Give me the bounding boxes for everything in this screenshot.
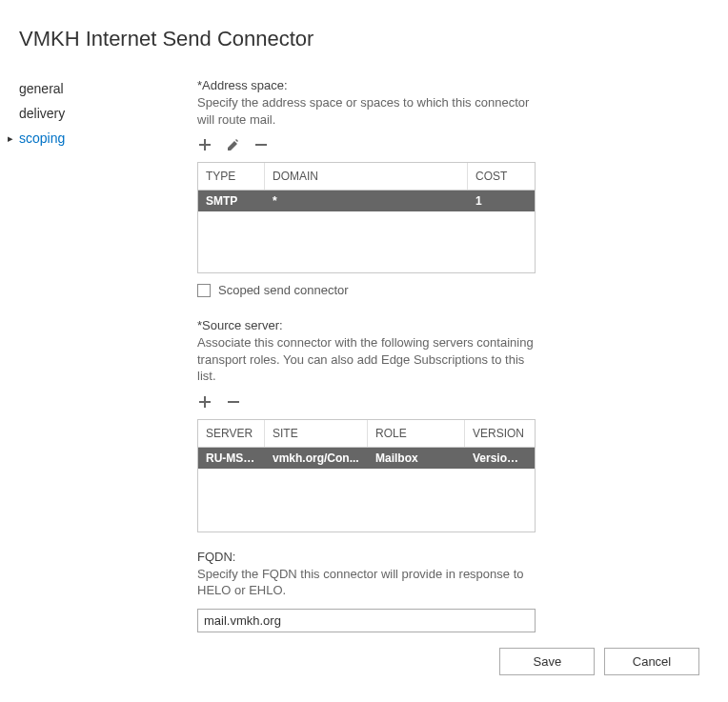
- fqdn-desc: Specify the FQDN this connector will pro…: [197, 566, 536, 599]
- plus-icon[interactable]: [197, 394, 214, 411]
- cell-domain: *: [265, 191, 468, 211]
- source-server-label: *Source server:: [197, 318, 699, 332]
- table-row[interactable]: RU-MSK... vmkh.org/Con... Mailbox Versio…: [198, 448, 535, 469]
- address-space-label: *Address space:: [197, 78, 699, 92]
- svg-rect-0: [255, 144, 267, 146]
- header-cost[interactable]: COST: [468, 163, 531, 190]
- minus-icon[interactable]: [226, 394, 243, 411]
- cell-role: Mailbox: [368, 448, 465, 469]
- cancel-button[interactable]: Cancel: [604, 648, 699, 675]
- cell-server: RU-MSK...: [198, 448, 265, 469]
- main-panel: *Address space: Specify the address spac…: [176, 70, 728, 632]
- svg-rect-1: [228, 401, 239, 403]
- table-body-empty: [198, 211, 535, 272]
- pencil-icon[interactable]: [226, 137, 243, 154]
- scoped-checkbox[interactable]: [197, 284, 211, 297]
- sidebar: general delivery scoping: [0, 70, 176, 632]
- dialog-buttons: Save Cancel: [494, 648, 699, 675]
- cell-type: SMTP: [198, 191, 265, 211]
- address-space-table: TYPE DOMAIN COST SMTP * 1: [197, 162, 536, 273]
- table-header: SERVER SITE ROLE VERSION: [198, 420, 535, 448]
- source-server-toolbar: [197, 394, 699, 411]
- plus-icon[interactable]: [197, 137, 214, 154]
- save-button[interactable]: Save: [499, 648, 595, 675]
- table-row[interactable]: SMTP * 1: [198, 191, 535, 211]
- minus-icon[interactable]: [253, 137, 271, 154]
- sidebar-item-general[interactable]: general: [8, 76, 176, 101]
- header-version[interactable]: VERSION: [465, 420, 531, 447]
- fqdn-input[interactable]: [197, 609, 536, 632]
- header-domain[interactable]: DOMAIN: [265, 163, 468, 190]
- cell-cost: 1: [468, 191, 531, 211]
- cell-site: vmkh.org/Con...: [265, 448, 368, 469]
- scoped-checkbox-label: Scoped send connector: [218, 283, 349, 297]
- source-server-desc: Associate this connector with the follow…: [197, 334, 536, 385]
- cell-version: Version ...: [465, 448, 531, 469]
- sidebar-item-delivery[interactable]: delivery: [8, 101, 176, 126]
- header-type[interactable]: TYPE: [198, 163, 265, 190]
- header-role[interactable]: ROLE: [368, 420, 465, 447]
- table-header: TYPE DOMAIN COST: [198, 163, 535, 191]
- source-server-table: SERVER SITE ROLE VERSION RU-MSK... vmkh.…: [197, 419, 536, 532]
- header-site[interactable]: SITE: [265, 420, 368, 447]
- address-space-toolbar: [197, 137, 699, 154]
- address-space-desc: Specify the address space or spaces to w…: [197, 94, 536, 128]
- fqdn-label: FQDN:: [197, 550, 699, 564]
- sidebar-item-scoping[interactable]: scoping: [8, 126, 176, 150]
- header-server[interactable]: SERVER: [198, 420, 265, 447]
- page-title: VMKH Internet Send Connector: [0, 0, 728, 51]
- table-body-empty: [198, 469, 535, 532]
